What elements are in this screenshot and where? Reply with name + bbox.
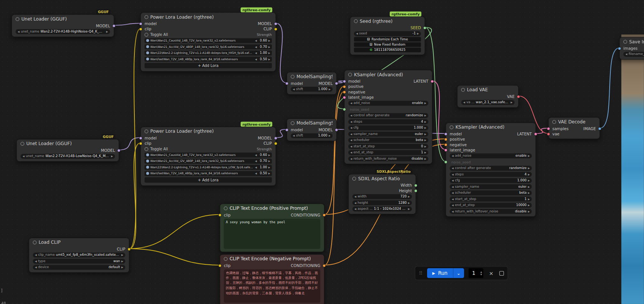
positive-input-port[interactable] [343,85,346,88]
positive-input-port[interactable] [444,138,448,141]
increment-arrow-icon[interactable]: ▶ [424,145,426,148]
decrement-arrow-icon[interactable]: ◀ [354,208,356,210]
decrement-arrow-icon[interactable]: ◀ [452,191,454,194]
widget-start-at-step[interactable]: ◀start_at_step0▶ [348,144,429,148]
lora-row[interactable]: Wan\Wan21_CausVid_14B_T2V_lora_rank32_v2… [144,38,272,43]
widget-return-with-leftover-noise[interactable]: ◀return_with_leftover_noisedisable▶ [348,156,429,161]
increment-arrow-icon[interactable]: ▶ [511,101,513,104]
node-titlebar[interactable]: Seed (rgthree) [350,17,424,25]
decrement-arrow-icon[interactable]: ◀ [452,204,454,206]
collapse-icon[interactable] [623,40,627,43]
clip-input-port[interactable] [139,27,142,31]
widget-add-noise[interactable]: ◀add_noiseenable▶ [348,101,429,105]
collapse-icon[interactable] [291,121,295,125]
widget-scheduler[interactable]: ◀schedulerbeta▶ [348,138,429,142]
collapse-icon[interactable] [348,73,352,76]
increment-arrow-icon[interactable]: ▶ [268,166,270,169]
clear-queue-button[interactable]: × [488,270,495,276]
vae-input-port[interactable] [547,132,550,136]
noise-seed-input-port[interactable] [343,108,346,111]
model-input-port[interactable] [343,80,346,83]
increment-arrow-icon[interactable]: ▶ [329,88,330,90]
decrement-arrow-icon[interactable]: ◀ [356,32,358,35]
decrement-arrow-icon[interactable]: ◀ [23,155,25,157]
widget-filename-pre[interactable]: ◀filename_pre▶ [623,52,644,56]
increment-arrow-icon[interactable]: ▶ [528,198,530,200]
decrement-arrow-icon[interactable]: ◀ [293,88,295,90]
increment-arrow-icon[interactable]: ▶ [121,254,123,256]
increment-arrow-icon[interactable]: ▶ [408,201,410,204]
node-saveimage[interactable]: Save Imageimages◀filename_pre▶ [619,37,644,60]
widget-steps[interactable]: ◀steps4▶ [450,172,532,176]
model-input-port[interactable] [139,136,142,140]
button-add-lora[interactable]: + Add Lora [144,63,272,68]
increment-arrow-icon[interactable]: ▶ [268,58,270,61]
increment-arrow-icon[interactable]: ▶ [268,160,270,162]
clip-input-port[interactable] [218,264,222,267]
decrement-arrow-icon[interactable]: ◀ [354,195,356,198]
lora-row[interactable]: Wan\FastWan_T2V_14B_480p_lora_rank_64_bf… [144,171,272,176]
decrement-arrow-icon[interactable]: ◀ [452,173,454,176]
widget-shift[interactable]: ◀shift1.000▶ [291,133,333,138]
node-loadclip[interactable]: Load CLIPCLIP◀clip_nameumt5_xxl_fp8_e4m3… [29,238,130,273]
node-titlebar[interactable]: CLIP Text Encode (Positive Prompt) [220,204,324,212]
decrement-arrow-icon[interactable]: ◀ [35,254,37,256]
node-titlebar[interactable]: ModelSamplingSD3 [287,119,336,127]
lora-row[interactable]: Wan\FastWan_T2V_14B_480p_lora_rank_64_bf… [144,56,272,61]
model-input-port[interactable] [444,132,448,136]
increment-arrow-icon[interactable]: ▶ [268,154,270,156]
increment-arrow-icon[interactable]: ▶ [408,208,410,210]
increment-arrow-icon[interactable]: ▶ [528,179,530,182]
model-output-port[interactable] [335,128,338,132]
widget-unet-name[interactable]: ◀unet_nameWan2.2-T2V-A14B-HighNoise-Q4_K… [16,29,110,34]
collapse-icon[interactable] [352,176,356,180]
images-input-port[interactable] [618,47,621,50]
decrement-arrow-icon[interactable]: ◀ [350,102,352,104]
toggle-all-icon[interactable] [144,33,148,36]
lora-row[interactable]: Wan\22\Wan2.2-Lightning_T2V-v1.1-A14B-4s… [144,50,272,55]
lora-row[interactable]: Wan\Wan21_CausVid_14B_T2V_lora_rank32_v2… [144,153,272,157]
increment-arrow-icon[interactable]: ▶ [528,191,530,194]
decrement-arrow-icon[interactable]: ◀ [452,185,454,188]
widget-scheduler[interactable]: ◀schedulerbeta▶ [450,190,532,195]
decrement-arrow-icon[interactable]: ◀ [452,167,454,169]
latent-output-port[interactable] [534,132,537,136]
lora-enabled-toggle[interactable] [146,45,149,48]
lora-row[interactable]: Wan\Wan21_AccVid_I2V_480P_14B_lora_rank3… [144,159,272,163]
vae-output-port[interactable] [517,95,520,98]
node-titlebar[interactable]: Save Image [620,37,644,46]
widget-control-after-generate[interactable]: ◀control after generaterandomize▶ [348,113,429,118]
widget-device[interactable]: ◀devicedefault▶ [33,265,125,270]
decrement-arrow-icon[interactable]: ◀ [463,101,465,104]
collapse-icon[interactable] [144,15,148,19]
decrement-arrow-icon[interactable]: ◀ [293,134,295,137]
widget-add-noise[interactable]: ◀add_noiseenable▶ [450,153,532,158]
button-181118706650925[interactable]: ♻181118706650925 [354,48,421,52]
decrement-arrow-icon[interactable]: ◀ [350,133,352,135]
button-add-lora[interactable]: + Add Lora [144,177,272,182]
widget-end-at-step[interactable]: ◀end_at_step1▶ [348,150,429,155]
model-output-port[interactable] [274,136,277,140]
clip-input-port[interactable] [139,142,142,145]
batch-count-input[interactable]: 1 ▲ ▼ [469,268,483,278]
increment-arrow-icon[interactable]: ▶ [121,260,123,262]
increment-arrow-icon[interactable]: ▶ [268,52,270,54]
increment-arrow-icon[interactable]: ▶ [268,46,270,48]
prompt-textarea[interactable]: A sexy young woman by the pool [224,219,321,249]
increment-arrow-icon[interactable]: ▶ [268,39,270,42]
node-tepos[interactable]: CLIP Text Encode (Positive Prompt)clipCO… [220,204,325,252]
decrement-arrow-icon[interactable]: ◀ [452,198,454,200]
widget-end-at-step[interactable]: ◀end_at_step10000▶ [450,203,532,208]
node-titlebar[interactable]: CLIP Text Encode (Negative Prompt) [220,255,324,263]
decrement-arrow-icon[interactable]: ◀ [255,39,257,42]
lora-enabled-toggle[interactable] [146,39,149,42]
decrement-arrow-icon[interactable]: ◀ [35,266,37,268]
lora-enabled-toggle[interactable] [146,166,149,169]
model-output-port[interactable] [112,24,116,27]
decrement-arrow-icon[interactable]: ◀ [354,201,356,204]
widget-steps[interactable]: ◀steps4▶ [348,119,429,124]
decrement-arrow-icon[interactable]: ◀ [255,154,257,156]
decrement-arrow-icon[interactable]: ◀ [452,154,454,157]
decrement-arrow-icon[interactable]: ◀ [350,126,352,129]
node-teneg[interactable]: CLIP Text Encode (Negative Prompt)clipCO… [220,254,325,304]
